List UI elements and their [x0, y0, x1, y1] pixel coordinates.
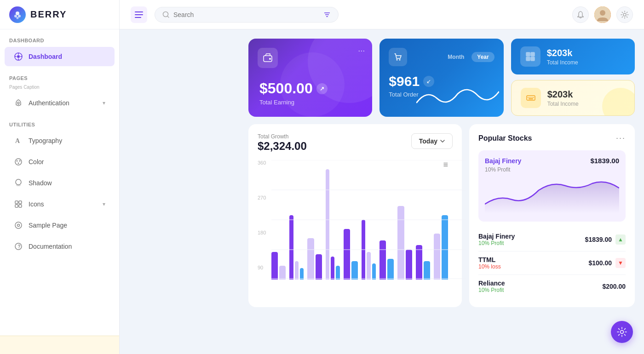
stock-bajaj-right: $1839.00 ▲: [585, 234, 626, 245]
stocks-title: Popular Stocks: [478, 134, 532, 143]
sidebar-item-icons[interactable]: Icons ▾: [5, 194, 115, 214]
earning-amount: $500.00 ↗: [259, 80, 361, 97]
growth-chart-info: Total Growth $2,324.00: [258, 133, 307, 153]
hamburger-button[interactable]: [131, 6, 147, 23]
card-total-earning: ··· $500.00 ↗ Total Earning: [248, 39, 372, 117]
authentication-icon: [14, 98, 23, 108]
wallet-icon: [263, 53, 273, 63]
today-filter-button[interactable]: Today: [411, 133, 453, 149]
tab-year[interactable]: Year: [472, 52, 494, 62]
sidebar-shadow-label: Shadow: [29, 179, 52, 187]
earning-trend-icon: ↗: [316, 83, 328, 94]
svg-rect-42: [526, 52, 530, 56]
svg-point-16: [18, 163, 19, 164]
svg-text:?: ?: [18, 244, 21, 249]
order-top-row: Month Year: [389, 48, 494, 66]
svg-point-1: [14, 15, 17, 17]
y-label-270: 270: [258, 195, 266, 200]
svg-point-37: [623, 13, 626, 16]
svg-point-58: [621, 331, 624, 334]
sidebar-logo: BERRY: [0, 0, 119, 29]
stock-reliance-info: Reliance 10% Profit: [478, 280, 505, 293]
keyboard-icon: [526, 93, 536, 103]
fab-settings-button[interactable]: [611, 321, 633, 343]
svg-point-3: [17, 17, 19, 19]
bajaj-name: Bajaj Finery: [485, 157, 521, 165]
icons-icon: [14, 200, 23, 209]
sidebar-item-dashboard[interactable]: Dashboard: [5, 47, 115, 66]
y-label-180: 180: [258, 230, 266, 235]
stock-bajaj-info: Bajaj Finery 10% Profit: [478, 233, 515, 246]
settings-button[interactable]: [616, 6, 633, 23]
svg-rect-19: [15, 201, 18, 204]
income-blue-icon-box: [520, 46, 540, 67]
order-amount: $961: [389, 74, 420, 89]
sidebar-item-authentication[interactable]: Authentication ▾: [5, 93, 115, 113]
sidebar-item-shadow[interactable]: Shadow: [5, 173, 115, 193]
typography-icon: A: [14, 136, 23, 145]
svg-rect-22: [19, 205, 22, 207]
search-icon: [162, 11, 170, 18]
svg-rect-21: [15, 205, 18, 207]
logo-text: BERRY: [30, 9, 67, 20]
svg-rect-43: [531, 52, 535, 56]
sidebar: BERRY Dashboard Dashboard Pages Pages Ca…: [0, 0, 120, 354]
stock-ttml-loss: 10% loss: [478, 263, 501, 270]
card-income-yellow: $203k Total Income: [511, 80, 635, 116]
avatar[interactable]: [594, 6, 611, 23]
bajaj-top-row: Bajaj Finery $1839.00: [485, 157, 619, 165]
earning-menu-button[interactable]: ···: [358, 46, 365, 56]
sidebar-item-color[interactable]: Color: [5, 152, 115, 171]
svg-line-31: [167, 16, 169, 17]
sidebar-icons-label: Icons: [29, 200, 44, 208]
stock-reliance-profit: 10% Profit: [478, 287, 505, 293]
growth-chart-header: Total Growth $2,324.00 Today: [258, 133, 453, 153]
chart-menu-button[interactable]: ≡: [443, 160, 448, 170]
stock-bajaj-profit: 10% Profit: [478, 240, 515, 246]
pages-caption: Pages Caption: [0, 84, 119, 92]
stock-ttml-right: $100.00 ▼: [588, 258, 626, 268]
y-label-90: 90: [258, 265, 266, 270]
income-yellow-label: Total Income: [547, 101, 579, 107]
stocks-menu-button[interactable]: ···: [616, 133, 626, 143]
y-label-360: 360: [258, 160, 266, 166]
tab-month[interactable]: Month: [442, 52, 470, 62]
fab-settings-icon: [617, 327, 627, 337]
stock-reliance-price: $200.00: [602, 283, 626, 290]
sidebar-item-typography[interactable]: A Typography: [5, 131, 115, 150]
stocks-header: Popular Stocks ···: [478, 133, 626, 143]
chart-grid: [271, 160, 466, 280]
card-income-blue: $203k Total Income: [511, 39, 635, 74]
notification-button[interactable]: [572, 6, 589, 23]
bajaj-featured-card: Bajaj Finery $1839.00 10% Profit: [478, 150, 626, 222]
income-blue-amount: $203k: [547, 48, 578, 58]
sidebar-item-documentation[interactable]: ? Documentation: [5, 237, 115, 256]
svg-point-24: [17, 224, 20, 227]
y-axis-labels: 360 270 180 90: [258, 160, 266, 280]
growth-chart-amount: $2,324.00: [258, 140, 307, 153]
stock-bajaj-price: $1839.00: [585, 236, 612, 243]
bajaj-price: $1839.00: [590, 157, 619, 165]
stock-bajaj-name: Bajaj Finery: [478, 233, 515, 240]
sidebar-sample-page-label: Sample Page: [29, 222, 67, 229]
popular-stocks-panel: Popular Stocks ··· Bajaj Finery $1839.00…: [469, 124, 635, 307]
sidebar-documentation-label: Documentation: [29, 243, 72, 250]
search-bar[interactable]: [155, 7, 339, 23]
svg-point-23: [15, 222, 22, 228]
filter-icon[interactable]: [323, 11, 331, 18]
svg-point-39: [269, 58, 271, 60]
search-input[interactable]: [173, 11, 320, 18]
svg-rect-44: [526, 57, 530, 61]
stock-bajaj-badge: ▲: [615, 234, 626, 245]
svg-rect-27: [135, 11, 143, 12]
sample-page-icon: [14, 221, 23, 230]
sidebar-item-sample-page[interactable]: Sample Page: [5, 216, 115, 235]
sidebar-bottom-banner: [0, 336, 119, 354]
logo-icon: [9, 6, 26, 23]
sidebar-authentication-label: Authentication: [29, 99, 69, 107]
sidebar-dashboard-label: Dashboard: [29, 53, 62, 60]
header-right: [572, 6, 633, 23]
icons-chevron: ▾: [103, 201, 105, 207]
dashboard-section-label: Dashboard: [0, 29, 119, 46]
svg-point-14: [17, 160, 18, 162]
